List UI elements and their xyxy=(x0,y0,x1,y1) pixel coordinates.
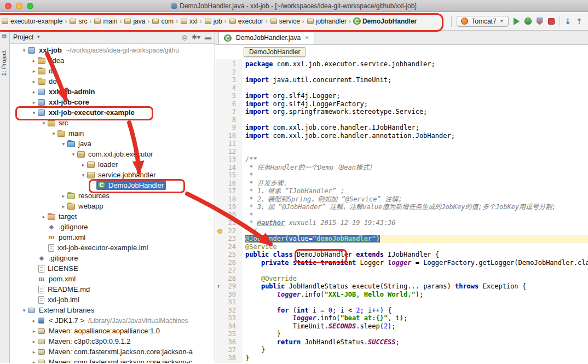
minimize-window-button[interactable] xyxy=(16,3,22,9)
tree-item[interactable]: ▾xxl-job-executor-example xyxy=(10,107,215,118)
tree-item[interactable]: ▸Maven: c3p0:c3p0:0.9.1.2 xyxy=(10,336,215,346)
stop-button[interactable] xyxy=(548,18,555,25)
tree-item[interactable]: ▾service.jobhandler xyxy=(10,170,215,180)
line-number: 12 xyxy=(215,148,236,156)
close-window-button[interactable] xyxy=(5,3,11,9)
expand-arrow-icon[interactable]: ▸ xyxy=(41,214,47,219)
expand-arrow-icon[interactable]: ▸ xyxy=(80,162,87,167)
tree-item[interactable]: ▸.idea xyxy=(10,55,215,66)
expand-arrow-icon[interactable]: ▸ xyxy=(60,204,67,209)
zoom-window-button[interactable] xyxy=(27,3,33,9)
tree-item[interactable]: .gitignore xyxy=(10,253,215,263)
code-editor[interactable]: 1234567891011121314151617181920212223242… xyxy=(215,59,588,363)
breadcrumb-item[interactable]: job xyxy=(204,18,222,25)
vcs-commit-button[interactable]: ⇡ xyxy=(576,17,583,26)
breadcrumb-item[interactable]: executor-example xyxy=(1,18,62,25)
line-number: 34 xyxy=(215,322,236,331)
expand-arrow-icon[interactable]: ▾ xyxy=(70,152,77,157)
tree-item[interactable]: ▸Maven: com.fasterxml.jackson.core:jacks… xyxy=(10,357,215,363)
tree-item[interactable]: ▸webapp xyxy=(10,201,215,211)
tree-item[interactable]: ▸resources xyxy=(10,190,215,201)
debug-button[interactable] xyxy=(524,18,532,25)
editor-tab[interactable]: DemoJobHandler.java × xyxy=(218,31,314,44)
expand-arrow-icon[interactable]: ▸ xyxy=(31,349,37,355)
expand-arrow-icon[interactable]: ▸ xyxy=(31,339,37,344)
line-number: 27 xyxy=(215,267,236,275)
breadcrumb-item[interactable]: service xyxy=(270,18,300,25)
breadcrumb-item[interactable]: main xyxy=(94,18,117,25)
tree-item[interactable]: ▸Maven: com.fasterxml.jackson.core:jacks… xyxy=(10,346,215,357)
breadcrumb-item[interactable]: executor xyxy=(229,18,263,25)
line-number: 10 xyxy=(215,132,236,140)
breadcrumb-item[interactable]: DemoJobHandler xyxy=(353,18,417,25)
line-number: 14 xyxy=(215,164,236,172)
tree-item[interactable]: ▸Maven: aopalliance:aopalliance:1.0 xyxy=(10,326,215,336)
line-number: 19 xyxy=(215,203,236,211)
tree-item[interactable]: ▾xxl-job~/workspaces/idea-git-workspace/… xyxy=(10,45,215,55)
run-button[interactable] xyxy=(514,18,520,25)
override-icon[interactable]: ↑ xyxy=(217,282,220,291)
tree-item[interactable]: ▸db xyxy=(10,66,215,76)
expand-arrow-icon[interactable]: ▾ xyxy=(41,120,47,126)
expand-arrow-icon[interactable]: ▾ xyxy=(21,48,27,53)
tree-item[interactable]: pom.xml xyxy=(10,232,215,242)
tree-item[interactable]: ▸target xyxy=(10,211,215,222)
expand-arrow-icon[interactable]: ▾ xyxy=(80,172,87,178)
class-name-chip[interactable]: DemoJobHandler xyxy=(244,47,305,57)
tree-item[interactable]: ▸< JDK1.7 >/Library/Java/JavaVirtualMach… xyxy=(10,315,215,326)
tree-item[interactable]: ▸xxl-job-core xyxy=(10,97,215,107)
src-icon xyxy=(67,140,76,148)
line-number: 8 xyxy=(215,116,236,124)
expand-arrow-icon[interactable]: ▸ xyxy=(31,360,37,363)
expand-arrow-icon[interactable]: ▸ xyxy=(31,328,37,334)
expand-arrow-icon[interactable]: ▾ xyxy=(60,141,67,147)
tree-item[interactable]: xxl-job-executor-example.iml xyxy=(10,242,215,253)
expand-arrow-icon[interactable]: ▾ xyxy=(21,308,27,313)
tree-item[interactable]: ▾java xyxy=(10,138,215,149)
line-number: 5 xyxy=(215,92,236,100)
run-configuration-select[interactable]: Tomcat7 ▼ xyxy=(457,16,508,27)
tree-item[interactable]: README.md xyxy=(10,284,215,294)
breadcrumb-item[interactable]: jobhandler xyxy=(307,18,347,25)
breadcrumb-item[interactable]: src xyxy=(69,18,87,25)
vcs-update-button[interactable]: ⇣ xyxy=(565,17,572,26)
tree-item-label: java xyxy=(78,140,91,148)
code-line: * 3、加 “@JobHander” 注解，注解value值为新增任务生成的Jo… xyxy=(245,203,588,211)
tree-item-label: .gitignore xyxy=(59,223,88,231)
expand-arrow-icon[interactable]: ▾ xyxy=(50,131,57,136)
tree-item[interactable]: ▸doc xyxy=(10,76,215,86)
tree-item[interactable]: DemoJobHandler xyxy=(10,180,215,190)
expand-arrow-icon[interactable]: ▸ xyxy=(31,58,37,63)
tree-item[interactable]: ▾External Libraries xyxy=(10,305,215,315)
breadcrumb-item[interactable]: xxl xyxy=(180,18,198,25)
tree-item[interactable]: ▾main xyxy=(10,128,215,138)
scroll-to-source-icon[interactable]: ◎ xyxy=(181,33,187,41)
class-icon xyxy=(97,181,106,189)
expand-arrow-icon[interactable]: ▸ xyxy=(31,100,37,105)
code-line: import org.slf4j.LoggerFactory; xyxy=(245,100,588,108)
tree-item[interactable]: xxl-job.iml xyxy=(10,294,215,305)
settings-icon[interactable]: ✱▾ xyxy=(192,33,200,41)
project-view-dropdown[interactable]: Project xyxy=(13,33,33,41)
expand-arrow-icon[interactable]: ▸ xyxy=(31,68,37,74)
breadcrumb-item[interactable]: com xyxy=(152,18,174,25)
tree-item[interactable]: ▾src xyxy=(10,118,215,128)
tree-item[interactable]: ▸xxl-job-admin xyxy=(10,86,215,97)
code-line: logger.info("beat at:{}", i); xyxy=(245,314,588,322)
tree-item[interactable]: LICENSE xyxy=(10,263,215,274)
expand-arrow-icon[interactable]: ▸ xyxy=(31,318,37,323)
expand-arrow-icon[interactable]: ▸ xyxy=(31,89,37,95)
breadcrumb-item[interactable]: java xyxy=(124,18,145,25)
close-tab-icon[interactable]: × xyxy=(305,34,309,42)
tree-item[interactable]: ▸loader xyxy=(10,159,215,170)
expand-arrow-icon[interactable]: ▸ xyxy=(31,79,37,84)
coverage-button[interactable] xyxy=(537,18,543,25)
tree-item[interactable]: ▾com.xxl.job.executor xyxy=(10,149,215,159)
code-line: * 2、装配到Spring，例如加 “@Service” 注解； xyxy=(245,195,588,204)
project-toolwindow-button[interactable]: 1: Project xyxy=(1,50,7,76)
expand-arrow-icon[interactable]: ▸ xyxy=(60,193,67,199)
expand-arrow-icon[interactable]: ▾ xyxy=(31,110,37,115)
tree-item[interactable]: pom.xml xyxy=(10,274,215,284)
hide-panel-icon[interactable]: ▬ xyxy=(205,33,211,41)
tree-item[interactable]: .gitignore xyxy=(10,222,215,232)
